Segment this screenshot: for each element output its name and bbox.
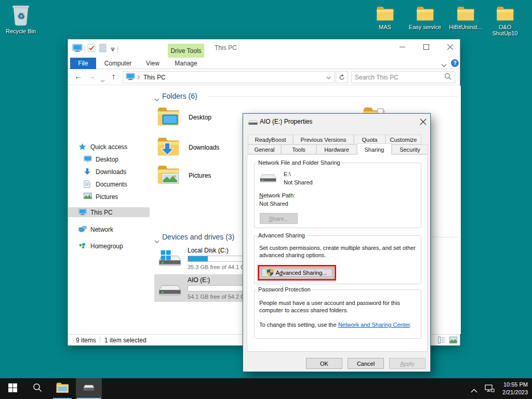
sidebar-item-this-pc[interactable]: This PC: [68, 207, 150, 217]
picture-icon: [84, 193, 92, 201]
section-header-folders[interactable]: Folders (6): [162, 92, 197, 100]
cancel-button[interactable]: Cancel: [348, 358, 384, 369]
search-icon[interactable]: [444, 73, 451, 82]
up-arrow-icon[interactable]: ↑: [112, 72, 116, 81]
properties-check-icon[interactable]: [87, 44, 96, 55]
document-icon: [84, 180, 92, 189]
back-arrow-icon[interactable]: ←: [74, 72, 82, 81]
taskbar-file-explorer-button[interactable]: [50, 378, 75, 399]
pictures-folder-icon: [156, 164, 180, 188]
password-description-line1: People must have a user account and pass…: [259, 299, 400, 307]
advanced-description-line2: advanced sharing options.: [259, 251, 326, 259]
maximize-button[interactable]: [417, 41, 435, 53]
minimize-ribbon-chevron-icon[interactable]: [441, 60, 447, 70]
section-header-devices[interactable]: Devices and drives (3): [162, 233, 234, 241]
network-path-value: Not Shared: [259, 200, 288, 207]
details-view-icon[interactable]: [438, 337, 445, 345]
tab-sharing[interactable]: Sharing: [357, 143, 392, 155]
drive-icon: [248, 118, 258, 128]
ribbon-tab-row: File Computer View Manage ?: [68, 58, 460, 69]
desktop-icon-hibituninstaller[interactable]: HiBitUninst...: [446, 5, 485, 30]
password-setting-line: To change this setting, use the Network …: [259, 321, 411, 328]
desktop-icon-label: MAS: [365, 24, 405, 30]
explorer-titlebar: Drive Tools This PC: [68, 39, 460, 58]
tab-readyboost[interactable]: ReadyBoost: [248, 135, 293, 144]
separator: |: [99, 336, 101, 343]
tab-file[interactable]: File: [70, 58, 96, 69]
refresh-icon[interactable]: [336, 71, 348, 83]
breadcrumb[interactable]: This PC: [143, 74, 166, 81]
contextual-tab-drive-tools[interactable]: Drive Tools: [168, 44, 204, 58]
taskbar-search-button[interactable]: [25, 378, 50, 399]
sharing-tab-page: Network File and Folder Sharing E:\ Not …: [247, 154, 428, 352]
forward-arrow-icon[interactable]: →: [88, 72, 96, 81]
local-disk-icon: [157, 249, 182, 270]
network-icon: [78, 225, 87, 234]
section-collapse-chevron-icon[interactable]: [154, 95, 159, 104]
close-icon[interactable]: [420, 118, 427, 127]
breadcrumb-chevron-icon[interactable]: [137, 74, 140, 81]
apply-button[interactable]: Apply: [389, 358, 425, 369]
desktop-icon-mas[interactable]: MAS: [365, 5, 405, 30]
search-input[interactable]: Search This PC: [351, 71, 455, 83]
folder-icon: [446, 5, 485, 22]
download-arrow-icon: [84, 168, 92, 176]
tab-hardware[interactable]: Hardware: [316, 144, 357, 154]
taskbar-properties-dialog-button[interactable]: [76, 378, 102, 399]
group-title: Password Protection: [257, 286, 312, 292]
clock-date: 2/21/2023: [502, 389, 528, 396]
network-tray-icon[interactable]: [484, 384, 495, 395]
advanced-sharing-button[interactable]: Advanced Sharing...: [260, 267, 334, 278]
recycle-bin-icon: ♻: [10, 4, 31, 26]
tab-computer[interactable]: Computer: [99, 58, 137, 69]
share-state: Not Shared: [284, 179, 313, 186]
sidebar-item-label: Quick access: [90, 143, 127, 151]
desktop-icon-recycle-bin[interactable]: ♻ Recycle Bin: [1, 4, 41, 34]
section-collapse-chevron-icon[interactable]: [154, 236, 159, 246]
thumbnail-view-icon[interactable]: [449, 337, 457, 345]
start-button[interactable]: [0, 378, 25, 399]
network-sharing-center-link[interactable]: Network and Sharing Center: [338, 322, 410, 328]
recent-locations-chevron-icon[interactable]: [100, 75, 105, 85]
tile-label: Pictures: [189, 172, 211, 179]
share-button[interactable]: Share...: [260, 213, 298, 224]
selection-count: 1 item selected: [104, 337, 147, 344]
svg-text:♻: ♻: [17, 11, 24, 21]
tile-label: Downloads: [189, 144, 219, 151]
taskbar-clock[interactable]: 10:55 PM 2/21/2023: [502, 381, 528, 396]
dialog-titlebar: AIO (E:) Properties: [243, 114, 430, 129]
clock-time: 10:55 PM: [502, 381, 528, 389]
sidebar-item-homegroup[interactable]: Homegroup: [78, 241, 160, 251]
desktop-icon-label: O&O: [485, 24, 525, 30]
close-button[interactable]: [441, 41, 459, 53]
help-icon[interactable]: ?: [451, 59, 459, 67]
tab-view[interactable]: View: [141, 58, 165, 69]
sidebar-item-label: Network: [90, 226, 113, 233]
new-item-icon[interactable]: [99, 44, 107, 55]
desktop-icon-easy-service[interactable]: Easy service: [405, 5, 445, 30]
qat-dropdown-icon[interactable]: [110, 45, 115, 54]
minimize-button[interactable]: [393, 41, 411, 53]
address-bar[interactable]: This PC: [123, 71, 335, 83]
tab-previous-versions[interactable]: Previous Versions: [293, 135, 354, 144]
network-path-label: Network Path:: [259, 192, 295, 199]
tray-chevron-icon[interactable]: [471, 386, 477, 395]
tab-general[interactable]: General: [248, 144, 281, 154]
desktop-icon-oo-shutup10[interactable]: O&O ShutUp10: [485, 5, 525, 36]
password-protection-group: Password Protection People must have a u…: [254, 289, 421, 339]
search-icon: [33, 383, 42, 394]
uac-shield-icon: [267, 269, 274, 277]
desktop-icon-label: Recycle Bin: [1, 28, 41, 34]
drive-icon: [259, 170, 277, 186]
sidebar-item-quick-access[interactable]: Quick access: [78, 142, 160, 152]
monitor-icon: [84, 155, 92, 164]
tab-tools[interactable]: Tools: [281, 144, 316, 154]
computer-icon: [72, 44, 83, 55]
sidebar-item-network[interactable]: Network: [78, 224, 160, 234]
downloads-folder-icon: [156, 136, 180, 159]
windows-logo-icon: [8, 383, 17, 394]
ok-button[interactable]: OK: [306, 358, 342, 369]
tab-security[interactable]: Security: [392, 144, 428, 154]
tab-manage[interactable]: Manage: [168, 58, 204, 69]
address-dropdown-chevron-icon[interactable]: [326, 74, 331, 81]
